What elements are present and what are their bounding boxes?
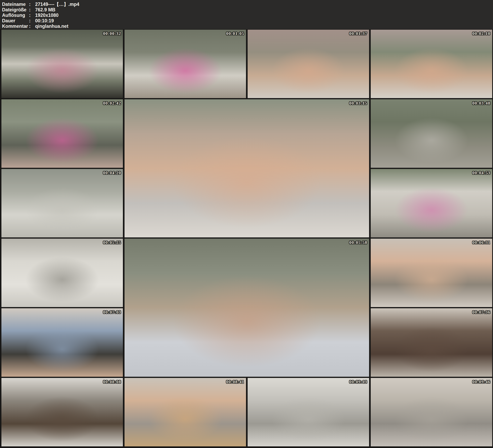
video-thumbnail-18[interactable]: 00:09:46 xyxy=(371,378,492,446)
thumbnail-placeholder-art xyxy=(1,30,123,98)
timestamp-overlay: 00:07:03 xyxy=(103,310,121,315)
filename-colon: : xyxy=(29,2,35,7)
thumbnail-placeholder-art xyxy=(124,99,369,237)
thumbnail-placeholder-art xyxy=(371,99,492,168)
comment-value: qinglanhua.net xyxy=(35,23,68,29)
video-thumbnail-1[interactable]: 00:00:32 xyxy=(1,30,123,98)
contact-sheet-page: Dateiname : 27149----【…】.mp4 Dateigröße … xyxy=(0,0,493,448)
meta-row-filename: Dateiname : 27149----【…】.mp4 xyxy=(2,2,493,7)
thumbnail-placeholder-art xyxy=(1,169,123,237)
thumbnail-placeholder-art xyxy=(371,239,492,307)
timestamp-overlay: 00:09:13 xyxy=(349,379,367,384)
thumbnail-placeholder-art xyxy=(1,378,123,446)
video-thumbnail-2[interactable]: 00:01:05 xyxy=(124,30,246,98)
video-thumbnail-4[interactable]: 00:02:10 xyxy=(371,30,492,98)
timestamp-overlay: 00:01:05 xyxy=(226,31,244,36)
video-thumbnail-3[interactable]: 00:01:37 xyxy=(248,30,369,98)
resolution-value: 1920x1080 xyxy=(35,12,58,18)
resolution-colon: : xyxy=(29,12,35,18)
timestamp-overlay: 00:05:25 xyxy=(103,240,121,245)
thumbnail-placeholder-art xyxy=(371,308,492,377)
video-thumbnail-12[interactable]: 00:06:31 xyxy=(371,239,492,307)
video-thumbnail-5[interactable]: 00:02:42 xyxy=(1,99,123,168)
resolution-label: Auflösung xyxy=(2,12,29,18)
timestamp-overlay: 00:07:36 xyxy=(472,310,490,315)
meta-row-comment: Kommentar : qinglanhua.net xyxy=(2,23,493,29)
duration-colon: : xyxy=(29,18,35,23)
thumbnail-placeholder-art xyxy=(371,378,492,446)
comment-label: Kommentar xyxy=(2,23,29,29)
file-info-panel: Dateiname : 27149----【…】.mp4 Dateigröße … xyxy=(0,0,493,29)
thumbnail-placeholder-art xyxy=(124,378,246,446)
meta-row-resolution: Auflösung : 1920x1080 xyxy=(2,12,493,18)
comment-colon: : xyxy=(29,23,35,29)
duration-value: 00:10:19 xyxy=(35,18,54,23)
filename-value: 27149----【…】.mp4 xyxy=(35,2,79,7)
thumbnail-placeholder-art xyxy=(124,239,369,377)
video-thumbnail-17[interactable]: 00:09:13 xyxy=(248,378,369,446)
thumbnail-placeholder-art xyxy=(1,308,123,377)
timestamp-overlay: 00:08:41 xyxy=(226,379,244,384)
video-thumbnail-13[interactable]: 00:07:03 xyxy=(1,308,123,377)
filesize-label: Dateigröße xyxy=(2,7,29,12)
filesize-colon: : xyxy=(29,7,35,12)
duration-label: Dauer xyxy=(2,18,29,23)
timestamp-overlay: 00:09:46 xyxy=(472,379,490,384)
timestamp-overlay: 00:05:58 xyxy=(349,240,367,245)
timestamp-overlay: 00:01:37 xyxy=(349,31,367,36)
timestamp-overlay: 00:04:20 xyxy=(103,170,121,176)
thumbnail-placeholder-art xyxy=(248,30,369,98)
timestamp-overlay: 00:03:48 xyxy=(472,101,490,106)
video-thumbnail-6[interactable]: 00:03:15 xyxy=(124,99,369,237)
video-thumbnail-8[interactable]: 00:04:20 xyxy=(1,169,123,237)
meta-row-filesize: Dateigröße : 762.9 MB xyxy=(2,7,493,12)
timestamp-overlay: 00:03:15 xyxy=(349,101,367,106)
video-thumbnail-7[interactable]: 00:03:48 xyxy=(371,99,492,168)
video-thumbnail-16[interactable]: 00:08:41 xyxy=(124,378,246,446)
video-thumbnail-9[interactable]: 00:04:53 xyxy=(371,169,492,237)
thumbnail-grid: 00:00:32 00:01:05 00:01:37 00:02:10 00:0… xyxy=(1,30,492,446)
video-thumbnail-15[interactable]: 00:08:08 xyxy=(1,378,123,446)
timestamp-overlay: 00:02:42 xyxy=(103,101,121,106)
thumbnail-placeholder-art xyxy=(1,239,123,307)
thumbnail-placeholder-art xyxy=(371,169,492,237)
thumbnail-placeholder-art xyxy=(371,30,492,98)
video-thumbnail-14[interactable]: 00:07:36 xyxy=(371,308,492,377)
thumbnail-placeholder-art xyxy=(124,30,246,98)
video-thumbnail-10[interactable]: 00:05:25 xyxy=(1,239,123,307)
video-thumbnail-11[interactable]: 00:05:58 xyxy=(124,239,369,377)
timestamp-overlay: 00:02:10 xyxy=(472,31,490,36)
timestamp-overlay: 00:04:53 xyxy=(472,170,490,176)
thumbnail-placeholder-art xyxy=(248,378,369,446)
filename-label: Dateiname xyxy=(2,2,29,7)
timestamp-overlay: 00:06:31 xyxy=(472,240,490,245)
timestamp-overlay: 00:00:32 xyxy=(103,31,121,36)
timestamp-overlay: 00:08:08 xyxy=(103,379,121,384)
meta-row-duration: Dauer : 00:10:19 xyxy=(2,18,493,23)
thumbnail-placeholder-art xyxy=(1,99,123,168)
filesize-value: 762.9 MB xyxy=(35,7,56,12)
